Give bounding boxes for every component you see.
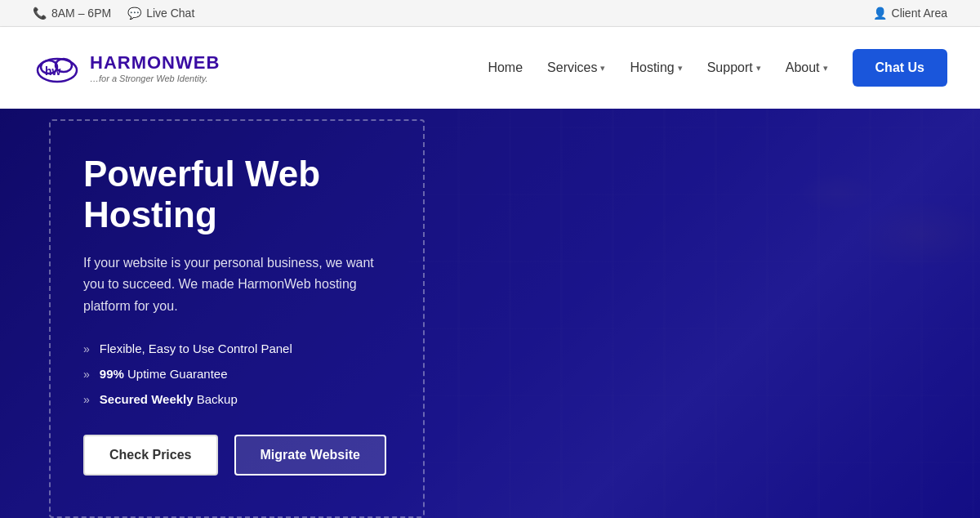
hero-content: Powerful Web Hosting If your website is … <box>0 109 474 518</box>
hours-item: 📞 8AM – 6PM <box>33 7 111 20</box>
hero-subtitle: If your website is your personal busines… <box>83 252 390 317</box>
top-bar-right[interactable]: 👤 Client Area <box>873 7 947 20</box>
logo-text: HARMONWEB …for a Stronger Web Identity. <box>90 52 220 83</box>
arrow-icon: » <box>83 368 90 381</box>
arrow-icon: » <box>83 342 90 355</box>
feature-3-text: Secured Weekly Backup <box>100 392 238 406</box>
hero-section: Powerful Web Hosting If your website is … <box>0 109 980 518</box>
hours-text: 8AM – 6PM <box>51 7 111 20</box>
feature-1: » Flexible, Easy to Use Control Panel <box>83 342 390 355</box>
nav-about[interactable]: About ▾ <box>786 60 828 75</box>
header: hw HARMONWEB …for a Stronger Web Identit… <box>0 27 980 109</box>
nav-about-label: About <box>786 60 820 75</box>
live-chat-text: Live Chat <box>146 7 194 20</box>
hero-title: Powerful Web Hosting <box>83 154 390 236</box>
feature-3: » Secured Weekly Backup <box>83 392 390 406</box>
features-list: » Flexible, Easy to Use Control Panel » … <box>83 342 390 406</box>
main-nav: Home Services ▾ Hosting ▾ Support ▾ Abou… <box>488 49 947 87</box>
top-bar: 📞 8AM – 6PM 💬 Live Chat 👤 Client Area <box>0 0 980 27</box>
chevron-down-icon: ▾ <box>756 63 761 74</box>
migrate-website-button[interactable]: Migrate Website <box>234 435 386 476</box>
chat-bubble-icon: 💬 <box>127 7 141 20</box>
nav-services[interactable]: Services ▾ <box>547 60 605 75</box>
client-area-text: Client Area <box>892 7 947 20</box>
feature-2-text: 99% Uptime Guarantee <box>100 367 228 381</box>
logo-tagline: …for a Stronger Web Identity. <box>90 74 220 83</box>
logo-icon: hw <box>33 47 82 88</box>
feature-2: » 99% Uptime Guarantee <box>83 367 390 381</box>
nav-support-label: Support <box>707 60 753 75</box>
logo-name: HARMONWEB <box>90 52 220 74</box>
nav-hosting[interactable]: Hosting ▾ <box>630 60 682 75</box>
chat-us-button[interactable]: Chat Us <box>853 49 947 87</box>
live-chat-item[interactable]: 💬 Live Chat <box>127 7 194 20</box>
hero-box: Powerful Web Hosting If your website is … <box>49 119 425 518</box>
hero-buttons: Check Prices Migrate Website <box>83 435 390 476</box>
feature-1-text: Flexible, Easy to Use Control Panel <box>100 342 292 355</box>
check-prices-button[interactable]: Check Prices <box>83 435 218 476</box>
chevron-down-icon: ▾ <box>600 63 605 74</box>
nav-services-label: Services <box>547 60 597 75</box>
nav-hosting-label: Hosting <box>630 60 674 75</box>
nav-home[interactable]: Home <box>488 60 523 75</box>
phone-icon: 📞 <box>33 7 47 20</box>
chevron-down-icon: ▾ <box>823 63 828 74</box>
nav-home-label: Home <box>488 60 523 75</box>
chevron-down-icon: ▾ <box>678 63 683 74</box>
top-bar-left: 📞 8AM – 6PM 💬 Live Chat <box>33 7 194 20</box>
arrow-icon: » <box>83 393 90 406</box>
logo[interactable]: hw HARMONWEB …for a Stronger Web Identit… <box>33 47 220 88</box>
svg-text:hw: hw <box>45 65 61 78</box>
user-icon: 👤 <box>873 7 887 20</box>
nav-support[interactable]: Support ▾ <box>707 60 761 75</box>
